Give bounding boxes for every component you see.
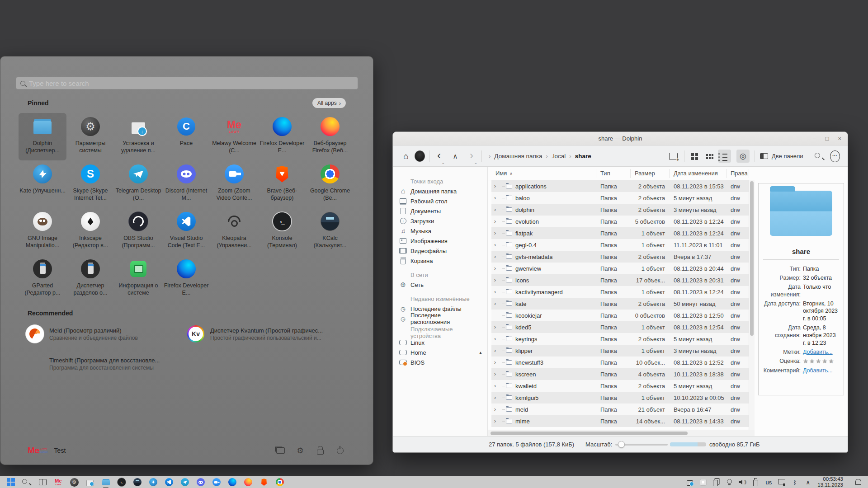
pinned-app[interactable]: Pace (162, 113, 210, 160)
taskbar-app[interactable] (6, 478, 15, 487)
taskbar-app[interactable] (133, 478, 142, 487)
pinned-app[interactable]: Установка и удаление п... (114, 113, 162, 160)
details-view-button[interactable] (718, 150, 731, 163)
pinned-app[interactable]: Inkscape (Редактор в... (66, 208, 114, 255)
pinned-app[interactable]: Zoom (Zoom Video Confe... (210, 160, 258, 208)
pinned-app[interactable]: GParted (Редактор р... (19, 255, 66, 303)
zoom-slider[interactable] (615, 444, 668, 446)
notifications-bell-icon[interactable] (854, 478, 862, 487)
pinned-app[interactable]: GNU Image Manipulatio... (19, 208, 66, 255)
maximize-button[interactable]: □ (826, 136, 829, 141)
expander-icon[interactable]: › (493, 289, 497, 295)
expander-icon[interactable]: › (493, 347, 497, 354)
file-row[interactable]: › gegl-0.4 Папка 1 объект 11.11.2023 в 1… (491, 239, 755, 251)
pinned-app[interactable]: Диспетчер разделов о... (66, 255, 114, 303)
file-row[interactable]: › meld Папка 21 объект Вчера в 16:47 drw (491, 404, 755, 415)
window-titlebar[interactable]: share — Dolphin – □ × (393, 132, 848, 145)
zoom-slider-knob[interactable] (618, 441, 625, 448)
forward-button[interactable]: › (465, 145, 478, 167)
display-lock-icon[interactable] (778, 478, 785, 487)
split-view-label[interactable]: Две панели (772, 145, 803, 167)
file-row[interactable]: › kwalletd Папка 2 объекта 5 минут назад… (491, 380, 755, 392)
pinned-app[interactable]: Discord (Internet M... (162, 160, 210, 208)
taskbar-app[interactable] (259, 478, 269, 487)
pinned-app[interactable]: Konsole (Терминал) (258, 208, 306, 255)
file-row[interactable]: › icons Папка 17 объек... 08.11.2023 в 2… (491, 274, 755, 286)
places-item[interactable]: Home ▲ (399, 347, 487, 357)
vertical-scrollbar[interactable] (749, 180, 755, 430)
taskbar-app[interactable] (101, 478, 110, 487)
places-item[interactable]: Рабочий стол (399, 196, 487, 206)
expander-icon[interactable]: › (493, 195, 497, 201)
pinned-app[interactable]: Dolphin (Диспетчер... (19, 113, 66, 160)
taskbar-app[interactable] (196, 478, 205, 487)
file-row[interactable]: › dolphin Папка 2 объекта 3 минуты назад… (491, 204, 755, 216)
file-row[interactable]: › mime Папка 14 объек... 08.11.2023 в 14… (491, 415, 755, 427)
clock[interactable]: 00:53:43 13.11.2023 (817, 476, 843, 488)
column-header[interactable]: Дата изменения (670, 169, 726, 178)
breadcrumb-local[interactable]: .local (552, 153, 566, 160)
all-apps-button[interactable]: All apps (312, 98, 346, 108)
pinned-app[interactable]: Kleopatra (Управлени... (210, 208, 258, 255)
places-item[interactable]: Последние расположения (399, 314, 487, 324)
taskbar-app[interactable] (22, 478, 31, 487)
icons-view-button[interactable] (688, 150, 701, 163)
pinned-app[interactable]: OBS Studio (Программ... (114, 208, 162, 255)
file-row[interactable]: › baloo Папка 2 объекта 5 минут назад dr… (491, 192, 755, 204)
places-item[interactable]: Домашняя папка (399, 186, 487, 196)
file-row[interactable]: kcookiejar Папка 0 объектов 08.11.2023 в… (491, 310, 755, 321)
file-row[interactable]: › gwenview Папка 1 объект 08.11.2023 в 2… (491, 263, 755, 274)
taskbar-app[interactable] (275, 478, 284, 487)
expander-icon[interactable]: › (493, 230, 497, 236)
places-item[interactable]: Корзина (399, 256, 487, 266)
taskbar-app[interactable] (117, 478, 126, 487)
places-item[interactable]: Загрузки (399, 216, 487, 226)
bluetooth-icon[interactable]: ᛒ (791, 478, 798, 487)
back-button[interactable]: ‹ (433, 145, 445, 167)
taskbar-app[interactable] (228, 478, 237, 487)
expander-icon[interactable]: › (493, 242, 497, 248)
taskbar-app[interactable] (165, 478, 174, 487)
expander-icon[interactable]: › (493, 183, 497, 189)
pinned-app[interactable]: Kate (Улучшенн... (19, 160, 66, 208)
user-name[interactable]: Test (54, 447, 66, 454)
expander-icon[interactable]: › (493, 371, 497, 377)
places-item[interactable]: Видеофайлы (399, 246, 487, 256)
keyboard-layout[interactable]: us (765, 478, 772, 487)
recommended-item[interactable]: Диспетчер Kvantum (Простой графичес... П… (187, 322, 336, 346)
expander-icon[interactable]: › (493, 336, 497, 342)
file-row[interactable]: › kxmlgui5 Папка 1 объект 10.10.2023 в 0… (491, 392, 755, 404)
split-view-icon[interactable] (760, 153, 768, 159)
tray-expand-icon[interactable]: ∧ (804, 478, 811, 487)
file-row[interactable]: › kded5 Папка 1 объект 08.11.2023 в 12:5… (491, 321, 755, 333)
pinned-app[interactable]: Skype (Skype Internet Tel... (66, 160, 114, 208)
user-avatar-icon[interactable] (414, 145, 425, 167)
lock-icon[interactable] (315, 446, 325, 455)
file-row[interactable]: › knewstuff3 Папка 10 объек... 08.11.202… (491, 357, 755, 368)
file-row[interactable]: › gvfs-metadata Папка 2 объекта Вчера в … (491, 251, 755, 263)
column-header[interactable]: Размер (631, 169, 670, 178)
search-input[interactable]: Type here to search (16, 77, 358, 89)
files-icon[interactable] (275, 446, 285, 455)
pinned-app[interactable]: Telegram Desktop (O... (114, 160, 162, 208)
pinned-app[interactable]: Firefox Developer E... (162, 255, 210, 303)
taskbar-app[interactable] (85, 478, 94, 487)
menu-button[interactable] (828, 150, 841, 163)
recommended-item[interactable]: Timeshift (Программа для восстановле... … (26, 352, 175, 375)
taskbar-app[interactable] (38, 478, 47, 487)
breadcrumb-current[interactable]: share (575, 153, 591, 160)
expander-icon[interactable]: › (493, 253, 497, 260)
taskbar-app[interactable] (54, 478, 63, 487)
expander-icon[interactable]: › (493, 383, 497, 389)
expander-icon[interactable]: › (493, 324, 497, 330)
taskbar-app[interactable] (149, 478, 158, 487)
minimize-button[interactable]: – (813, 136, 816, 141)
expander-icon[interactable]: › (493, 218, 497, 225)
expander-icon[interactable]: › (493, 277, 497, 283)
updates-icon[interactable] (686, 478, 693, 487)
eject-icon[interactable]: ▲ (478, 350, 483, 355)
places-item[interactable]: Документы (399, 206, 487, 216)
search-button[interactable] (813, 150, 826, 163)
pinned-app[interactable]: Firefox Developer E... (258, 113, 306, 160)
taskbar-app[interactable] (180, 478, 189, 487)
